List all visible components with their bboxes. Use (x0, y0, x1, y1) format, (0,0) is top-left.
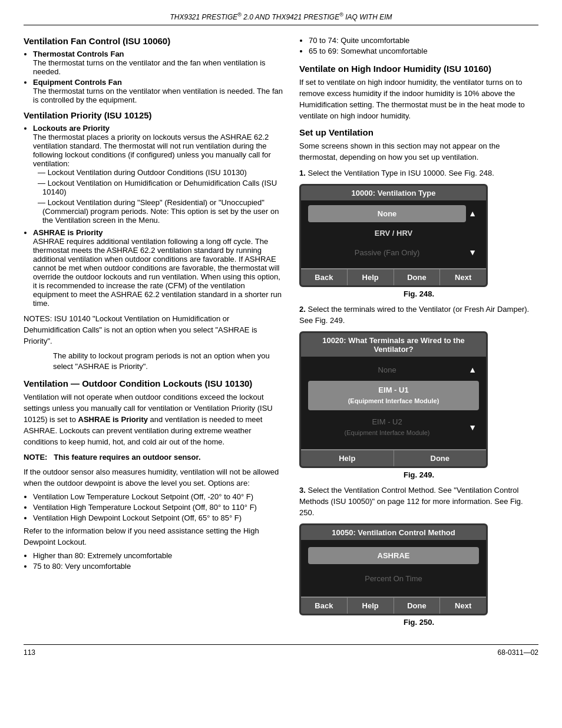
fig249-row1: None ▲ (308, 361, 479, 378)
ven-outdoor-note: NOTE: This feature requires an outdoor s… (24, 452, 283, 463)
fig249-ui: 10020: What Terminals are Wired to the V… (299, 331, 488, 469)
note-2: The ability to lockout program periods i… (24, 351, 283, 373)
step-3: 3. Select the Ventilation Control Method… (299, 485, 538, 519)
fig248-help-btn[interactable]: Help (348, 269, 394, 285)
left-column: Ventilation Fan Control (ISU 10060) Ther… (24, 36, 283, 633)
section-ven-priority: Ventilation Priority (ISU 10125) Lockout… (24, 110, 283, 373)
ven-outdoor-intro: Ventilation will not operate when outdoo… (24, 392, 283, 447)
ven-humidity-title: Ventilate on High Indoor Humidity (ISU 1… (299, 64, 538, 74)
fig248-title: 10000: Ventilation Type (301, 186, 486, 200)
discomfort-3: 70 to 74: Quite uncomfortable (309, 36, 538, 45)
fig249-up-arrow[interactable]: ▲ (466, 364, 479, 375)
fig250-done-btn[interactable]: Done (394, 598, 441, 614)
discomfort-4: 65 to 69: Somewhat uncomfortable (309, 47, 538, 55)
page-header: THX9321 PRESTIGE® 2.0 AND THX9421 PRESTI… (24, 12, 538, 25)
ven-fan-bullet-1: Thermostat Controls Fan The thermostat t… (33, 50, 283, 76)
fig248-ervhrv-btn[interactable]: ERV / HRV (308, 225, 479, 242)
fig250-help-btn[interactable]: Help (348, 598, 394, 614)
ven-priority-title: Ventilation Priority (ISU 10125) (24, 110, 283, 120)
fig249-help-btn[interactable]: Help (301, 450, 394, 466)
fig249-label: Fig. 249. (299, 470, 538, 479)
fig250-title: 10050: Ventilation Control Method (301, 525, 486, 540)
discomfort-2: 75 to 80: Very uncomfortable (33, 562, 283, 571)
setup-vent-intro: Some screens shown in this section may n… (299, 141, 538, 163)
setup-vent-title: Set up Ventilation (299, 127, 538, 137)
fig250-row2: Percent On Time (308, 570, 479, 587)
fig249-eimu2-btn[interactable]: EIM - U2(Equipment Interface Module) (308, 413, 466, 442)
fig248-next-btn[interactable]: Next (440, 269, 486, 285)
fig248-label: Fig. 248. (299, 289, 538, 298)
fig248-back-btn[interactable]: Back (301, 269, 348, 285)
fig250-body: ASHRAE Percent On Time (301, 540, 486, 597)
fig249-eimu1-btn[interactable]: EIM - U1(Equipment Interface Module) (308, 381, 479, 410)
section-setup-vent: Set up Ventilation Some screens shown in… (299, 127, 538, 627)
fig248-passive-btn[interactable]: Passive (Fan Only) (308, 244, 466, 261)
fig250-back-btn[interactable]: Back (301, 598, 348, 614)
fig249-row2: EIM - U1(Equipment Interface Module) (308, 381, 479, 410)
dash-2: Lockout Ventilation on Humidification or… (33, 179, 283, 196)
fig250-percent-btn[interactable]: Percent On Time (308, 570, 479, 587)
fig249-row3: EIM - U2(Equipment Interface Module) ▼ (308, 413, 479, 442)
fig248-none-btn[interactable]: None (308, 205, 466, 222)
fig248-down-arrow[interactable]: ▼ (466, 247, 479, 258)
step-1: 1. Select the Ventilation Type in ISU 10… (299, 168, 538, 179)
right-column: 70 to 74: Quite uncomfortable 65 to 69: … (299, 36, 538, 633)
ven-outdoor-humidity-note: If the outdoor sensor also measures humi… (24, 467, 283, 489)
outdoor-options-list: Ventilation Low Temperature Lockout Setp… (24, 492, 283, 522)
fig248-up-arrow[interactable]: ▲ (466, 208, 479, 219)
fig249-done-btn[interactable]: Done (394, 450, 487, 466)
note-1: NOTES: ISU 10140 "Lockout Ventilation on… (24, 314, 283, 347)
footer-page-number: 113 (24, 648, 35, 657)
page: THX9321 PRESTIGE® 2.0 AND THX9421 PRESTI… (0, 0, 562, 728)
section-ven-fan: Ventilation Fan Control (ISU 10060) Ther… (24, 36, 283, 104)
section-ven-outdoor: Ventilation — Outdoor Condition Lockouts… (24, 378, 283, 570)
step-2: 2. Select the terminals wired to the Ven… (299, 304, 538, 327)
discomfort-list: Higher than 80: Extremely uncomfortable … (24, 551, 283, 571)
ven-priority-lockout: Lockouts are Priority The thermostat pla… (33, 124, 283, 225)
ven-humidity-text: If set to ventilate on high indoor humid… (299, 77, 538, 121)
fig248-row1: None ▲ (308, 205, 479, 222)
ven-priority-ashrae: ASHRAE is Priority ASHRAE requires addit… (33, 228, 283, 308)
fig248-body: None ▲ ERV / HRV Passive (Fan Only) ▼ (301, 200, 486, 268)
ven-fan-title: Ventilation Fan Control (ISU 10060) (24, 36, 283, 46)
page-footer: 113 68-0311—02 (24, 644, 538, 657)
ven-outdoor-refer: Refer to the information below if you ne… (24, 526, 283, 548)
section-ven-humidity: Ventilate on High Indoor Humidity (ISU 1… (299, 64, 538, 121)
fig248-row2: ERV / HRV (308, 225, 479, 242)
discomfort-1: Higher than 80: Extremely uncomfortable (33, 551, 283, 560)
discomfort-continued-list: 70 to 74: Quite uncomfortable 65 to 69: … (299, 36, 538, 55)
outdoor-option-2: Ventilation High Temperature Lockout Set… (33, 503, 283, 512)
fig249-footer: Help Done (301, 449, 486, 466)
dash-3: Lockout Ventilation during "Sleep" (Resi… (33, 198, 283, 225)
dash-1: Lockout Ventilation during Outdoor Condi… (33, 168, 283, 177)
fig248-footer: Back Help Done Next (301, 268, 486, 285)
fig250-footer: Back Help Done Next (301, 597, 486, 614)
fig250-ui: 10050: Ventilation Control Method ASHRAE… (299, 523, 488, 615)
fig250-ashrae-btn[interactable]: ASHRAE (308, 547, 479, 564)
fig248-done-btn[interactable]: Done (394, 269, 441, 285)
fig248-row3: Passive (Fan Only) ▼ (308, 244, 479, 261)
fig250-row1: ASHRAE (308, 547, 479, 564)
fig249-body: None ▲ EIM - U1(Equipment Interface Modu… (301, 357, 486, 450)
outdoor-option-3: Ventilation High Dewpoint Lockout Setpoi… (33, 513, 283, 522)
notes-block: NOTES: ISU 10140 "Lockout Ventilation on… (24, 314, 283, 373)
fig249-down-arrow[interactable]: ▼ (466, 422, 479, 433)
header-text: THX9321 PRESTIGE® 2.0 AND THX9421 PRESTI… (170, 13, 392, 21)
fig249-none-btn[interactable]: None (308, 361, 466, 378)
fig250-next-btn[interactable]: Next (440, 598, 486, 614)
ven-outdoor-title: Ventilation — Outdoor Condition Lockouts… (24, 378, 283, 388)
ven-fan-bullet-2: Equipment Controls Fan The thermostat tu… (33, 78, 283, 104)
fig249-title: 10020: What Terminals are Wired to the V… (301, 333, 486, 357)
fig250-label: Fig. 250. (299, 618, 538, 627)
outdoor-option-1: Ventilation Low Temperature Lockout Setp… (33, 492, 283, 501)
footer-doc-number: 68-0311—02 (498, 648, 538, 657)
fig248-ui: 10000: Ventilation Type None ▲ ERV / HRV… (299, 184, 488, 287)
